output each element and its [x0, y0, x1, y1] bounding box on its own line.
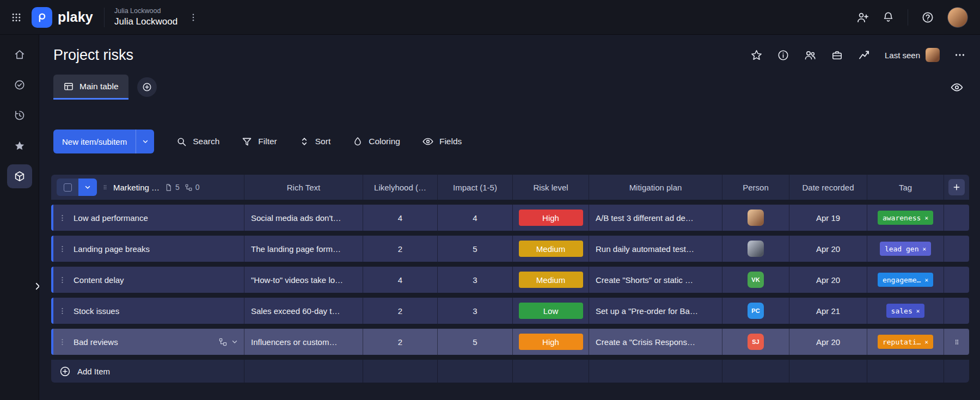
sort-button[interactable]: Sort — [299, 136, 330, 147]
status-badge[interactable]: High — [519, 334, 583, 350]
add-item-button[interactable]: Add Item — [51, 360, 244, 383]
filter-button[interactable]: Filter — [241, 136, 277, 147]
workspace-menu-icon[interactable] — [188, 13, 198, 22]
search-button[interactable]: Search — [176, 136, 219, 147]
fields-button[interactable]: Fields — [422, 136, 462, 147]
cell-person[interactable]: VK — [722, 267, 789, 293]
cell-mitigation[interactable]: Create "Shorts" or static … — [589, 267, 722, 293]
cell-date[interactable]: Apr 20 — [789, 329, 867, 355]
tag-remove-icon[interactable]: ✕ — [916, 307, 920, 315]
sidebar-item-recent[interactable] — [7, 103, 32, 127]
column-header-likelihood[interactable]: Likelyhood (… — [363, 175, 437, 200]
table-row[interactable]: Stock issues Sales exceed 60-day t… 2 3 … — [51, 298, 969, 324]
invite-user-icon[interactable] — [856, 11, 869, 24]
notifications-bell-icon[interactable] — [882, 11, 895, 23]
cell-rich-text[interactable]: "How-to" videos take lo… — [244, 267, 363, 293]
new-item-dropdown-icon[interactable] — [136, 130, 154, 153]
cell-impact[interactable]: 5 — [437, 329, 512, 355]
cell-likelihood[interactable]: 2 — [363, 329, 437, 355]
sidebar-item-favorites[interactable] — [7, 134, 32, 158]
coloring-button[interactable]: Coloring — [352, 136, 400, 147]
status-badge[interactable]: High — [519, 210, 583, 226]
workspace-switcher[interactable]: Julia Lockwood Julia Lockwood — [114, 7, 177, 27]
cell-risk-level[interactable]: High — [512, 205, 589, 231]
cell-impact[interactable]: 3 — [437, 298, 512, 324]
sidebar-item-tasks[interactable] — [7, 73, 32, 97]
row-menu-icon[interactable] — [58, 276, 66, 284]
cell-impact[interactable]: 5 — [437, 236, 512, 262]
column-header-rich-text[interactable]: Rich Text — [244, 175, 363, 200]
cell-tag[interactable]: sales ✕ — [867, 298, 944, 324]
cell-date[interactable]: Apr 19 — [789, 205, 867, 231]
group-name[interactable]: Marketing … — [113, 183, 160, 192]
tag-pill[interactable]: awareness ✕ — [878, 211, 933, 225]
cell-risk-level[interactable]: Medium — [512, 267, 589, 293]
status-badge[interactable]: Low — [519, 303, 583, 319]
cell-person[interactable] — [722, 236, 789, 262]
table-row[interactable]: Low ad performance Social media ads don'… — [51, 205, 969, 231]
cell-date[interactable]: Apr 20 — [789, 236, 867, 262]
cell-rich-text[interactable]: Social media ads don't… — [244, 205, 363, 231]
board-members-icon[interactable] — [804, 48, 817, 61]
status-badge[interactable]: Medium — [519, 241, 583, 257]
cell-impact[interactable]: 3 — [437, 267, 512, 293]
guests-briefcase-icon[interactable] — [831, 49, 843, 61]
apps-grid-icon[interactable] — [11, 12, 22, 23]
cell-rich-text[interactable]: The landing page form… — [244, 236, 363, 262]
column-header-tag[interactable]: Tag — [867, 175, 944, 200]
cell-likelihood[interactable]: 2 — [363, 298, 437, 324]
group-collapse-icon[interactable] — [78, 179, 97, 196]
cell-item-name[interactable]: Bad reviews — [51, 329, 244, 355]
tag-pill[interactable]: lead gen ✕ — [880, 242, 931, 256]
row-menu-icon[interactable] — [58, 214, 66, 222]
cell-mitigation[interactable]: Create a "Crisis Respons… — [589, 329, 722, 355]
cell-date[interactable]: Apr 21 — [789, 298, 867, 324]
cell-person[interactable]: PC — [722, 298, 789, 324]
column-header-date[interactable]: Date recorded — [789, 175, 867, 200]
subitems-toggle-icon[interactable] — [218, 337, 228, 347]
row-menu-icon[interactable] — [58, 307, 66, 315]
cell-item-name[interactable]: Landing page breaks — [51, 236, 244, 262]
select-all-checkbox[interactable] — [57, 179, 78, 196]
tag-pill[interactable]: reputati… ✕ — [878, 335, 933, 349]
tag-remove-icon[interactable]: ✕ — [924, 214, 928, 221]
sidebar-item-boards[interactable] — [7, 164, 32, 188]
add-column-button[interactable] — [948, 179, 965, 195]
column-header-person[interactable]: Person — [722, 175, 789, 200]
cell-tag[interactable]: awareness ✕ — [867, 205, 944, 231]
activity-chart-icon[interactable] — [857, 48, 871, 61]
add-view-button[interactable] — [137, 77, 157, 97]
cell-item-name[interactable]: Content delay — [51, 267, 244, 293]
cell-risk-level[interactable]: Medium — [512, 236, 589, 262]
group-drag-handle-icon[interactable] — [102, 183, 108, 192]
help-icon[interactable] — [921, 11, 934, 24]
person-avatar[interactable]: SJ — [748, 334, 764, 350]
row-drag-handle-icon[interactable] — [953, 337, 960, 347]
person-avatar[interactable] — [748, 241, 764, 257]
cell-risk-level[interactable]: Low — [512, 298, 589, 324]
person-avatar[interactable] — [748, 210, 764, 226]
column-header-mitigation[interactable]: Mitigation plan — [589, 175, 722, 200]
column-header-impact[interactable]: Impact (1-5) — [437, 175, 512, 200]
new-item-button[interactable]: New item/subitem — [53, 130, 154, 153]
user-avatar[interactable] — [947, 7, 968, 28]
cell-impact[interactable]: 4 — [437, 205, 512, 231]
person-avatar[interactable]: VK — [748, 272, 764, 288]
cell-rich-text[interactable]: Sales exceed 60-day t… — [244, 298, 363, 324]
table-row[interactable]: Bad reviews Influencers or custom… 2 5 H… — [51, 329, 969, 355]
person-avatar[interactable]: PC — [748, 303, 764, 319]
cell-mitigation[interactable]: Run daily automated test… — [589, 236, 722, 262]
view-visibility-eye-icon[interactable] — [950, 81, 964, 94]
tag-pill[interactable]: engageme… ✕ — [878, 273, 933, 287]
sidebar-item-home[interactable] — [7, 42, 32, 66]
tag-pill[interactable]: sales ✕ — [886, 304, 925, 318]
board-info-icon[interactable] — [777, 49, 789, 61]
table-row[interactable]: Content delay "How-to" videos take lo… 4… — [51, 267, 969, 293]
tag-remove-icon[interactable]: ✕ — [924, 339, 928, 346]
cell-likelihood[interactable]: 2 — [363, 236, 437, 262]
status-badge[interactable]: Medium — [519, 272, 583, 288]
tag-remove-icon[interactable]: ✕ — [923, 245, 927, 253]
tab-main-table[interactable]: Main table — [53, 75, 128, 100]
cell-tag[interactable]: engageme… ✕ — [867, 267, 944, 293]
favorite-star-icon[interactable] — [750, 49, 763, 61]
